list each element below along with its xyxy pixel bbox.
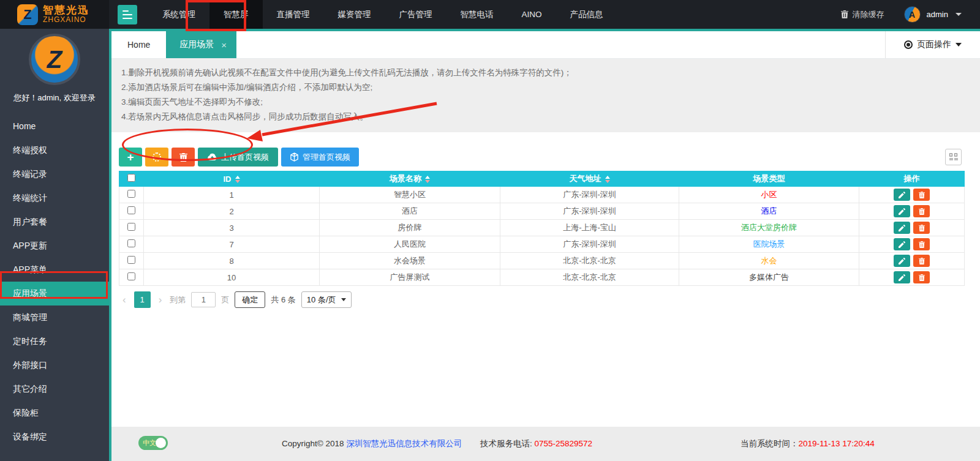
row-checkbox[interactable] [127, 206, 135, 214]
refresh-button[interactable] [145, 148, 168, 167]
row-checkbox[interactable] [127, 223, 135, 231]
edit-button[interactable] [894, 271, 910, 283]
prev-page-button[interactable]: ‹ [120, 294, 129, 306]
row-select-cell [119, 203, 144, 220]
nav-item-ads[interactable]: 广告管理 [385, 0, 447, 29]
goto-page-input[interactable] [191, 292, 216, 307]
cell-id: 8 [144, 253, 320, 269]
edit-button[interactable] [894, 189, 910, 201]
sidebar-item-cron[interactable]: 定时任务 [0, 329, 109, 353]
main-nav: 系统管理 智慧屏 直播管理 媒资管理 广告管理 智慧电话 AINO 产品信息 [148, 0, 617, 29]
close-icon[interactable]: × [221, 40, 227, 50]
table-row: 2酒店广东-深圳-深圳酒店 [119, 203, 965, 220]
sidebar-item-home[interactable]: Home [0, 114, 109, 138]
batch-delete-button[interactable] [172, 148, 195, 167]
edit-button[interactable] [894, 255, 910, 267]
cell-name: 房价牌 [320, 220, 500, 236]
sidebar-item-terminal-record[interactable]: 终端记录 [0, 162, 109, 186]
sidebar-item-mall[interactable]: 商城管理 [0, 305, 109, 329]
notice-panel: 1.删除开机视频前请先确认此视频不在配置文件中使用(为避免上传文件乱码无法播放，… [111, 59, 980, 132]
sidebar-item-device-bind[interactable]: 设备绑定 [0, 425, 109, 449]
row-checkbox[interactable] [127, 272, 135, 280]
trash-icon [919, 241, 925, 248]
nav-item-system[interactable]: 系统管理 [148, 0, 209, 29]
clear-cache-button[interactable]: 清除缓存 [841, 9, 884, 20]
sidebar-item-terminal-stats[interactable]: 终端统计 [0, 186, 109, 210]
cloud-upload-icon [207, 153, 217, 161]
confirm-button[interactable]: 确定 [235, 291, 265, 308]
col-header-id[interactable]: ID [144, 171, 320, 187]
system-time: 当前系统时间：2019-11-13 17:20:44 [741, 438, 875, 449]
next-page-button[interactable]: › [156, 294, 165, 306]
page-number-button[interactable]: 1 [134, 291, 151, 308]
footer: 中文 Copyright© 2018 深圳智慧光迅信息技术有限公司 技术服务电话… [111, 427, 980, 461]
chevron-down-icon [956, 13, 962, 16]
nav-item-smart-screen[interactable]: 智慧屏 [209, 0, 263, 29]
cell-actions [859, 269, 965, 286]
row-checkbox[interactable] [127, 190, 135, 198]
nav-item-aino[interactable]: AINO [508, 0, 556, 29]
goto-label: 到第 [170, 294, 186, 305]
add-button[interactable]: + [119, 148, 142, 167]
sidebar-item-external-api[interactable]: 外部接口 [0, 353, 109, 377]
column-settings-button[interactable] [945, 149, 962, 165]
cell-name: 人民医院 [320, 236, 500, 253]
cube-icon [290, 152, 299, 162]
manage-home-video-button[interactable]: 管理首页视频 [281, 148, 359, 167]
col-header-op: 操作 [859, 171, 965, 187]
sidebar-item-app-scene[interactable]: 应用场景 [0, 282, 109, 305]
upload-home-video-button[interactable]: 上传首页视频 [198, 148, 278, 167]
company-link[interactable]: 深圳智慧光迅信息技术有限公司 [346, 439, 462, 448]
pencil-icon [899, 241, 905, 248]
time-value: 2019-11-13 17:20:44 [799, 439, 875, 448]
delete-button[interactable] [913, 189, 930, 201]
sidebar-item-app-update[interactable]: APP更新 [0, 234, 109, 258]
tab-home[interactable]: Home [111, 31, 166, 58]
sidebar-item-other-intro[interactable]: 其它介绍 [0, 377, 109, 401]
language-toggle[interactable]: 中文 [138, 436, 168, 450]
top-navbar: Z 智慧光迅 ZHGXAINO 系统管理 智慧屏 直播管理 媒资管理 广告管理 … [0, 0, 980, 29]
nav-item-live[interactable]: 直播管理 [263, 0, 324, 29]
delete-button[interactable] [913, 222, 930, 234]
delete-button[interactable] [913, 238, 930, 250]
sidebar-item-user-package[interactable]: 用户套餐 [0, 210, 109, 234]
delete-button[interactable] [913, 255, 930, 267]
toolbar: + 上传首页视频 管理首页视频 [119, 148, 962, 167]
per-page-select[interactable]: 10 条/页 [301, 291, 352, 308]
pagination: ‹ 1 › 到第 页 确定 共 6 条 10 条/页 [120, 291, 980, 308]
sidebar-item-app-menu[interactable]: APP菜单 [0, 258, 109, 282]
nav-item-media[interactable]: 媒资管理 [324, 0, 385, 29]
trash-icon [919, 258, 925, 264]
page-unit-label: 页 [221, 294, 229, 305]
delete-button[interactable] [913, 271, 930, 283]
sidebar-item-terminal-auth[interactable]: 终端授权 [0, 138, 109, 162]
delete-button[interactable] [913, 205, 930, 217]
row-checkbox[interactable] [127, 239, 135, 247]
grid-icon [949, 152, 958, 162]
table-row: 3房价牌上海-上海-宝山酒店大堂房价牌 [119, 220, 965, 236]
nav-item-smart-phone[interactable]: 智慧电话 [447, 0, 508, 29]
user-avatar[interactable]: A [904, 6, 921, 23]
sidebar-toggle-icon[interactable] [118, 5, 137, 24]
pencil-icon [899, 192, 905, 198]
tab-app-scene[interactable]: 应用场景 × [166, 31, 236, 58]
user-name[interactable]: admin [927, 10, 948, 19]
edit-button[interactable] [894, 238, 910, 250]
edit-button[interactable] [894, 222, 910, 234]
select-all-checkbox[interactable] [127, 174, 135, 182]
cell-weather: 广东-深圳-深圳 [500, 187, 679, 203]
col-header-name[interactable]: 场景名称 [320, 171, 500, 187]
notice-line: 4.若场景内无风格信息请点击风格同步，同步成功后数据自动写入。 [121, 110, 970, 124]
nav-item-product[interactable]: 产品信息 [556, 0, 617, 29]
cell-id: 2 [144, 203, 320, 220]
cell-name: 水会场景 [320, 253, 500, 269]
cell-type: 医院场景 [679, 236, 859, 253]
row-select-cell [119, 269, 144, 286]
service-phone: 技术服务电话: 0755-25829572 [480, 438, 592, 449]
sidebar-item-safe-box[interactable]: 保险柜 [0, 401, 109, 425]
edit-button[interactable] [894, 205, 910, 217]
page-actions-button[interactable]: 页面操作 [885, 31, 980, 58]
cell-type: 多媒体广告 [679, 269, 859, 286]
col-header-weather[interactable]: 天气地址 [500, 171, 679, 187]
row-checkbox[interactable] [127, 256, 135, 264]
